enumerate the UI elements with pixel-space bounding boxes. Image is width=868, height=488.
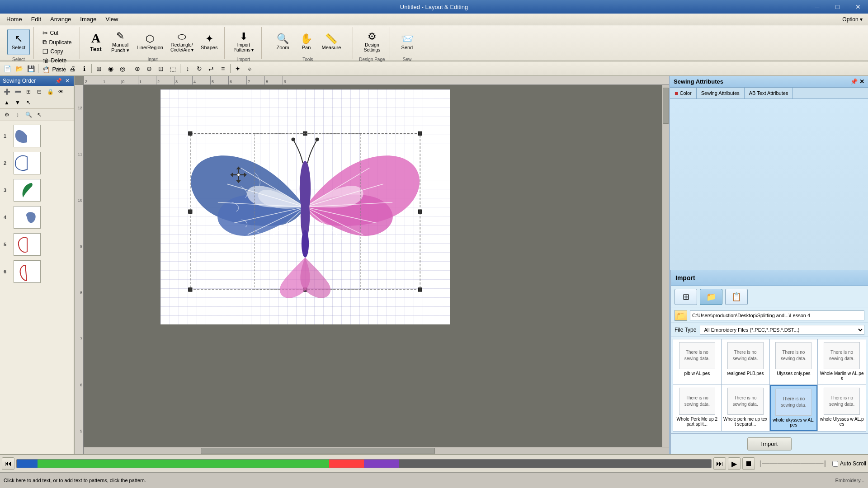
sewing-order-title: Sewing Order: [3, 78, 36, 84]
print-button[interactable]: 🖨: [67, 63, 78, 74]
maximize-button[interactable]: □: [827, 0, 848, 14]
select-all-button[interactable]: ⬚: [167, 63, 178, 74]
file-item[interactable]: There is no sewing data. plb w AL.pes: [673, 339, 721, 385]
open-button[interactable]: 📂: [14, 63, 24, 74]
design-settings-button[interactable]: ⚙ DesignSettings: [361, 29, 383, 55]
select-sewing-button[interactable]: ↖: [24, 98, 33, 108]
color-tab[interactable]: ■ Color: [670, 88, 697, 99]
filter-button[interactable]: 🔍: [24, 110, 33, 120]
path-button[interactable]: ⟐: [244, 63, 255, 74]
arrow-button[interactable]: ↖: [34, 110, 44, 120]
transform-button[interactable]: ↕: [182, 63, 193, 74]
sewing-item[interactable]: 5: [2, 231, 72, 258]
rewind-button[interactable]: ⏮: [2, 457, 14, 470]
zoom-button[interactable]: 🔍 Zoom: [272, 29, 294, 55]
file-item[interactable]: There is no sewing data. Whole Marlin w …: [818, 339, 866, 385]
file-item[interactable]: There is no sewing data. Whole Perk Me u…: [673, 385, 721, 431]
import-patterns-button[interactable]: ⬇ ImportPatterns ▾: [230, 29, 257, 55]
measure-button[interactable]: 📏 Measure: [319, 29, 344, 55]
attr-close-icon[interactable]: ✕: [859, 78, 864, 85]
file-item[interactable]: There is no sewing data. Ulysses only.pe…: [770, 339, 818, 385]
menu-edit[interactable]: Edit: [27, 15, 46, 23]
sort-button[interactable]: ↕: [13, 110, 23, 120]
sewing-item[interactable]: 3: [2, 177, 72, 203]
ungroup-button[interactable]: ⊟: [34, 87, 44, 97]
stop-button[interactable]: ⏹: [742, 457, 755, 470]
eye-button[interactable]: 👁: [56, 87, 66, 97]
sewing-item[interactable]: 1: [2, 123, 72, 149]
new-button[interactable]: 📄: [2, 63, 13, 74]
sewing-thumb-3: [14, 179, 41, 202]
flip-button[interactable]: ⇄: [206, 63, 217, 74]
canvas-content[interactable]: [84, 85, 669, 447]
pin-icon[interactable]: 📌: [55, 77, 62, 84]
duplicate-button[interactable]: ⧉ Duplicate: [41, 38, 73, 47]
file-item-selected[interactable]: There is no sewing data. whole ukysses w…: [770, 385, 818, 431]
move-down-button[interactable]: ▼: [13, 98, 23, 108]
file-item[interactable]: There is no sewing data. Whole perk me u…: [722, 385, 769, 431]
menu-view[interactable]: View: [101, 15, 123, 23]
svg-point-33: [237, 174, 240, 176]
sewing-item[interactable]: 6: [2, 258, 72, 285]
horizontal-scrollbar[interactable]: [84, 447, 669, 454]
text-attr-tab[interactable]: AB Text Attributes: [745, 88, 793, 99]
attr-pin-icon[interactable]: 📌: [850, 78, 858, 85]
sewing-attr-tab[interactable]: Sewing Attributes: [697, 88, 745, 99]
menu-home[interactable]: Home: [2, 15, 27, 23]
menu-arrange[interactable]: Arrange: [46, 15, 75, 23]
progress-bar[interactable]: [16, 459, 712, 468]
lock-button[interactable]: 🔒: [45, 87, 55, 97]
close-button[interactable]: ✕: [848, 0, 868, 14]
redo-button[interactable]: ↪: [52, 63, 63, 74]
import-button[interactable]: Import: [747, 437, 792, 450]
import-view3-button[interactable]: 📋: [725, 289, 748, 305]
add-sewing-button[interactable]: ➕: [2, 87, 12, 97]
view2-button[interactable]: ◎: [117, 63, 128, 74]
delete-sewing-button[interactable]: ➖: [13, 87, 23, 97]
scrollbar-thumb[interactable]: [201, 448, 435, 454]
file-item[interactable]: There is no sewing data. whole Ulysses w…: [818, 385, 866, 431]
align-button[interactable]: ≡: [217, 63, 228, 74]
sewing-item[interactable]: 2: [2, 150, 72, 176]
import-view2-button[interactable]: 📁: [700, 289, 722, 305]
fit-button[interactable]: ⊡: [156, 63, 166, 74]
file-type-select[interactable]: All Embroidery Files (*.PEC,*.PES,*.DST.…: [700, 325, 864, 335]
option-button[interactable]: Option ▾: [839, 15, 866, 23]
play-forward-button[interactable]: ⏭: [713, 457, 726, 470]
pan-button[interactable]: ✋ Pan: [295, 29, 318, 55]
view1-button[interactable]: ◉: [105, 63, 116, 74]
autoscroll-checkbox[interactable]: [832, 461, 838, 467]
copy-button[interactable]: ❐ Copy: [41, 47, 73, 56]
minimize-button[interactable]: ─: [807, 0, 827, 14]
menu-image[interactable]: Image: [75, 15, 101, 23]
rotate-button[interactable]: ↻: [194, 63, 205, 74]
file-item[interactable]: There is no sewing data. realigned PLB.p…: [722, 339, 769, 385]
rect-circle-button[interactable]: ⬭ Rectangle/Circle/Arc ▾: [167, 29, 197, 55]
zoom-out-button[interactable]: ⊖: [144, 63, 155, 74]
send-button[interactable]: 📨 Send: [396, 29, 418, 55]
send-icon: 📨: [401, 34, 413, 44]
grid-button[interactable]: ⊞: [94, 63, 104, 74]
manual-punch-button[interactable]: ✎ ManualPunch ▾: [108, 29, 132, 55]
node-button[interactable]: ✦: [232, 63, 243, 74]
line-region-button[interactable]: ⬡ Line/Region: [133, 29, 166, 55]
zoom-in-button[interactable]: ⊕: [132, 63, 143, 74]
shapes-button[interactable]: ✦ Shapes: [198, 29, 221, 55]
properties-button[interactable]: ℹ: [79, 63, 90, 74]
text-tool-button[interactable]: A Text: [85, 29, 107, 55]
group-button[interactable]: ⊞: [24, 87, 33, 97]
properties2-button[interactable]: ⚙: [2, 110, 12, 120]
undo-button[interactable]: ↩: [40, 63, 51, 74]
shapes-icon: ✦: [205, 34, 213, 44]
select-tool-button[interactable]: ↖ Select: [7, 29, 30, 55]
folder-icon[interactable]: 📁: [675, 310, 687, 321]
vertical-scrollbar[interactable]: [662, 85, 669, 447]
cut-button[interactable]: ✂ Cut: [41, 29, 73, 37]
move-up-button[interactable]: ▲: [2, 98, 12, 108]
play-button[interactable]: ▶: [728, 457, 741, 470]
save-button[interactable]: 💾: [25, 63, 36, 74]
panel-close-icon[interactable]: ✕: [64, 77, 71, 84]
butterfly-design[interactable]: [167, 96, 443, 318]
import-view1-button[interactable]: ⊞: [675, 289, 697, 305]
sewing-item[interactable]: 4: [2, 204, 72, 230]
